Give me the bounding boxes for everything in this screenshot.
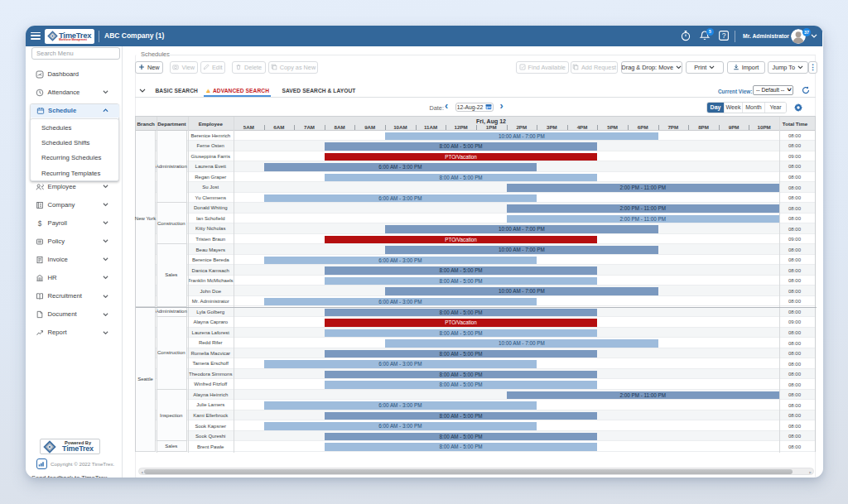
- svg-text:$: $: [38, 219, 42, 228]
- svg-text:?: ?: [722, 31, 726, 40]
